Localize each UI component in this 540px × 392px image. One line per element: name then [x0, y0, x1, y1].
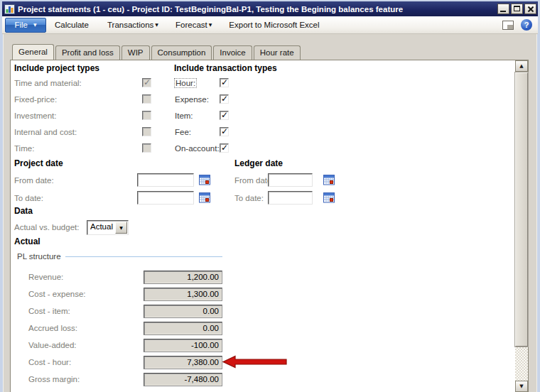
- header-include-transaction-types: Include transaction types: [174, 63, 277, 73]
- label-cost-hour: Cost - hour:: [28, 358, 71, 366]
- vertical-scrollbar[interactable]: ▲ ▼: [515, 60, 528, 392]
- window-title: Project statements (1 - ceu) - Project I…: [18, 5, 403, 13]
- label-time-and-material: Time and material:: [14, 79, 82, 87]
- group-label-pl-structure: PL structure: [17, 252, 61, 261]
- header-project-date: Project date: [14, 158, 63, 168]
- red-arrow-annotation-icon: [222, 355, 288, 369]
- header-ledger-date: Ledger date: [234, 158, 283, 168]
- maximize-button[interactable]: [511, 4, 523, 14]
- label-cost-item: Cost - item:: [28, 307, 70, 315]
- group-divider: [65, 256, 222, 257]
- header-actual: Actual: [14, 236, 40, 246]
- label-value-added: Value-added:: [28, 341, 77, 349]
- app-icon: [4, 4, 15, 14]
- tab-invoice[interactable]: Invoice: [213, 45, 252, 60]
- chevron-down-icon: ▼: [155, 22, 158, 27]
- label-actual-vs-budget: Actual vs. budget:: [14, 223, 79, 232]
- value-added-field: -100.00: [144, 339, 222, 352]
- checkbox-time: [142, 143, 151, 153]
- tab-profit-and-loss[interactable]: Profit and loss: [55, 45, 120, 60]
- checkbox-investment: [142, 111, 151, 120]
- header-data: Data: [14, 206, 33, 216]
- label-fee: Fee:: [175, 128, 191, 136]
- checkbox-item[interactable]: ✓: [220, 111, 229, 120]
- ledger-from-date-input[interactable]: [268, 173, 313, 187]
- cost-item-field: 0.00: [144, 305, 222, 318]
- scroll-up-button[interactable]: ▲: [515, 60, 528, 72]
- label-ledger-to-date: To date:: [234, 194, 264, 202]
- menu-item-export-excel[interactable]: Export to Microsoft Excel: [220, 21, 329, 29]
- label-revenue: Revenue:: [28, 273, 63, 281]
- checkbox-on-account[interactable]: ✓: [220, 143, 229, 153]
- project-from-date-input[interactable]: [137, 173, 194, 187]
- label-on-account: On-account:: [175, 144, 220, 153]
- menu-item-transactions[interactable]: Transactions▼: [99, 21, 167, 29]
- chevron-down-icon: ▼: [33, 23, 37, 27]
- checkbox-time-and-material: ✓: [142, 78, 151, 87]
- checkbox-fixed-price: [142, 94, 151, 104]
- calendar-icon[interactable]: [199, 192, 211, 203]
- cost-expense-field: 1,300.00: [144, 288, 222, 301]
- minimize-button[interactable]: [497, 4, 509, 14]
- actual-vs-budget-select[interactable]: Actual ▼: [87, 220, 129, 235]
- label-investment: Investment:: [14, 111, 56, 120]
- scrollbar-thumb[interactable]: [515, 72, 528, 347]
- menu-item-forecast[interactable]: Forecast▼: [167, 21, 220, 29]
- label-item: Item:: [175, 111, 193, 120]
- label-internal-and-cost: Internal and cost:: [14, 128, 77, 136]
- label-accrued-loss: Accrued loss:: [28, 324, 77, 332]
- calendar-icon[interactable]: [323, 192, 335, 203]
- tab-general[interactable]: General: [12, 44, 54, 60]
- label-project-from-date: From date:: [14, 176, 54, 185]
- tab-wip[interactable]: WIP: [122, 45, 150, 60]
- tab-consumption[interactable]: Consumption: [151, 45, 212, 60]
- project-to-date-input[interactable]: [137, 191, 194, 205]
- help-icon[interactable]: ?: [521, 19, 532, 31]
- tab-hour-rate[interactable]: Hour rate: [254, 45, 301, 60]
- ledger-to-date-input[interactable]: [268, 191, 313, 205]
- actual-vs-budget-value: Actual: [90, 222, 113, 231]
- file-menu-label: File: [14, 21, 28, 29]
- project-statements-window: { "window": { "title": "Project statemen…: [0, 0, 540, 392]
- label-project-to-date: To date:: [14, 194, 43, 202]
- checkbox-hour[interactable]: ✓: [220, 78, 229, 87]
- menu-bar: File▼ Calculate Transactions▼ Forecast▼ …: [2, 16, 538, 34]
- chevron-down-icon: ▼: [209, 22, 212, 27]
- calendar-icon[interactable]: [199, 174, 211, 185]
- minimize-icon: [500, 11, 506, 12]
- file-menu-button[interactable]: File▼: [5, 18, 46, 33]
- header-include-project-types: Include project types: [14, 63, 99, 73]
- calendar-icon[interactable]: [323, 174, 335, 185]
- checkbox-expense[interactable]: ✓: [220, 94, 229, 104]
- title-bar: Project statements (1 - ceu) - Project I…: [2, 1, 538, 16]
- tab-strip: General Profit and loss WIP Consumption …: [12, 44, 302, 60]
- label-hour: Hour:: [174, 79, 197, 87]
- close-button[interactable]: [524, 4, 536, 14]
- scroll-down-button[interactable]: ▼: [515, 381, 528, 392]
- accrued-loss-field: 0.00: [144, 322, 222, 335]
- cost-hour-field: 7,380.00: [144, 356, 222, 369]
- gross-margin-field: -7,480.00: [144, 373, 222, 386]
- label-gross-margin: Gross margin:: [28, 375, 80, 383]
- checkbox-fee[interactable]: ✓: [220, 127, 229, 136]
- checkbox-internal-and-cost: [142, 127, 151, 136]
- revenue-field: 1,200.00: [144, 271, 222, 284]
- label-fixed-price: Fixed-price:: [14, 95, 57, 104]
- label-expense: Expense:: [175, 95, 209, 104]
- label-cost-expense: Cost - expense:: [28, 290, 86, 298]
- layout-pane-icon[interactable]: [502, 21, 514, 30]
- chevron-down-icon[interactable]: ▼: [115, 222, 127, 234]
- maximize-icon: [514, 6, 520, 11]
- label-time: Time:: [14, 144, 34, 153]
- menu-item-calculate[interactable]: Calculate: [46, 21, 99, 29]
